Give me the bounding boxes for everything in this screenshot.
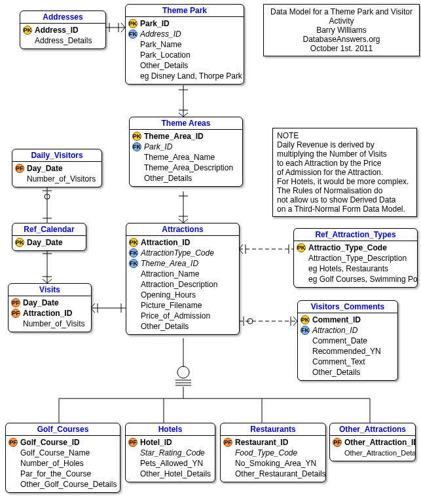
pf-badge: PF xyxy=(9,438,18,447)
entity-daily-visitors: Daily_Visitors PFDay_Date Number_of_Visi… xyxy=(12,149,102,187)
entity-visits: Visits PFDay_Date PFAttraction_ID Number… xyxy=(8,283,92,332)
entity-title: Attractions xyxy=(126,223,239,236)
entity-theme-areas: Theme Areas PKTheme_Area_ID FKPark_ID Th… xyxy=(129,117,243,187)
attr: eg Disney Land, Thorpe Park xyxy=(140,71,242,81)
pf-badge: PF xyxy=(223,438,232,447)
entity-title: Addresses xyxy=(20,11,105,24)
entity-title: Daily_Visitors xyxy=(12,149,101,162)
attr: Picture_Filename xyxy=(141,300,202,311)
note-line: Daily Revenue is derived by xyxy=(277,140,412,149)
entity-title: Visitors_Comments xyxy=(298,301,397,313)
attr: Comment_Date xyxy=(312,336,367,346)
entity-theme-park: Theme Park PKPark_ID FKAddress_ID Park_N… xyxy=(125,4,244,85)
attr: Hotel_ID xyxy=(140,437,172,448)
svg-point-37 xyxy=(247,319,253,324)
entity-title: Other_Attractions xyxy=(330,423,415,436)
attr: Other_Hotel_Details xyxy=(140,469,211,479)
attr: Other_Golf_Course_Details xyxy=(20,479,117,490)
attr: Attraction_Type_Description xyxy=(308,253,407,263)
entity-restaurants: Restaurants PFRestaurant_ID Food_Type_Co… xyxy=(220,423,326,482)
entity-ref-attraction-types: Ref_Attraction_Types PKAttractio_Type_Co… xyxy=(293,228,418,288)
attr: Address_Details xyxy=(35,35,92,46)
attr: Food_Type_Code xyxy=(235,448,297,458)
attr: Golf_Course_ID xyxy=(20,437,80,448)
attr: Comment_ID xyxy=(312,315,361,325)
attr: Theme_Area_ID xyxy=(141,258,198,269)
attr: Attractio_Type_Code xyxy=(308,242,387,253)
attr: Pets_Allowed_YN xyxy=(140,458,203,469)
entity-title: Ref_Calendar xyxy=(12,223,86,236)
meta-line: October 1st. 2011 xyxy=(268,44,415,53)
attr: Theme_Area_Name xyxy=(144,152,215,163)
attr: Park_ID xyxy=(144,142,172,152)
attr: Other_Details xyxy=(141,321,189,332)
pf-badge: PF xyxy=(11,309,20,318)
pf-badge: PF xyxy=(11,298,20,307)
fk-badge: FK xyxy=(129,248,138,258)
attr: Other_Attraction_Details xyxy=(344,448,416,458)
attr: Day_Date xyxy=(23,298,59,308)
note-line: on a Third-Normal Form Data Model. xyxy=(277,204,412,214)
attr: Price_of_Admission xyxy=(141,311,210,321)
entity-ref-calendar: Ref_Calendar PKDay_Date xyxy=(12,223,86,251)
attr: Attraction_Description xyxy=(141,279,217,290)
attr: Theme_Area_ID xyxy=(144,131,204,142)
fk-badge: FK xyxy=(129,259,138,268)
entity-title: Theme Areas xyxy=(130,117,242,130)
meta-line: Data Model for a Theme Park and Visitor … xyxy=(268,7,415,26)
attr: Number_of_Visitors xyxy=(27,174,96,184)
entity-title: Visits xyxy=(9,284,91,296)
diagram-meta: Data Model for a Theme Park and Visitor … xyxy=(263,4,420,56)
note-line: multiplying the Number of Visits xyxy=(277,149,412,159)
entity-title: Restaurants xyxy=(221,423,325,436)
note-line: not allow us to show Derived Data xyxy=(277,195,412,204)
meta-line: DatabaseAnswers.org xyxy=(268,35,415,44)
attr: Day_Date xyxy=(27,163,63,174)
attr: Golf_Course_Name xyxy=(20,448,90,458)
attr: Par_for_the_Course xyxy=(20,469,91,479)
fk-badge: FK xyxy=(301,326,310,335)
pk-badge: PK xyxy=(129,238,138,247)
attr: Attraction_ID xyxy=(141,237,190,248)
svg-point-42 xyxy=(177,366,189,378)
pk-badge: PK xyxy=(132,132,141,141)
attr: Number_of_Holes xyxy=(20,458,84,469)
attr: Recommended_YN xyxy=(312,346,381,357)
attr: Park_Name xyxy=(140,39,181,50)
attr: Attraction_ID xyxy=(312,325,357,336)
entity-attractions: Attractions PKAttraction_ID FKAttraction… xyxy=(126,223,240,335)
attr: Star_Rating_Code xyxy=(140,448,205,458)
attr: Restaurant_ID xyxy=(235,437,288,448)
attr: Address_ID xyxy=(35,25,79,35)
note-heading: NOTE xyxy=(277,131,412,140)
attr: Other_Attraction_ID xyxy=(344,437,416,448)
attr: eg Hotels, Restaurants xyxy=(308,263,388,274)
entity-hotels: Hotels PFHotel_ID Star_Rating_Code Pets_… xyxy=(125,423,215,482)
meta-line: Barry Williams xyxy=(268,26,415,35)
attr: Park_Location xyxy=(140,50,191,60)
attr: Other_Details xyxy=(144,173,192,184)
fk-badge: FK xyxy=(128,29,137,39)
attr: AttractionType_Code xyxy=(141,248,214,258)
attr: Other_Restaurant_Details xyxy=(235,469,326,479)
note-line: of Admission for the Attraction. xyxy=(277,168,412,177)
svg-point-19 xyxy=(45,194,50,199)
pf-badge: PF xyxy=(15,164,24,173)
pk-badge: PK xyxy=(297,243,306,252)
pk-badge: PK xyxy=(301,315,310,324)
pk-badge: PK xyxy=(23,26,32,35)
entity-addresses: Addresses PKAddress_ID Address_Details xyxy=(20,10,106,49)
entity-visitors-comments: Visitors_Comments PKComment_ID FKAttract… xyxy=(297,300,398,381)
attr: No_Smoking_Area_YN xyxy=(235,458,316,469)
diagram-note: NOTE Daily Revenue is derived by multipl… xyxy=(272,128,417,217)
entity-other-attractions: Other_Attractions PFOther_Attraction_ID … xyxy=(329,423,416,461)
attr: Address_ID xyxy=(140,29,181,39)
entity-title: Ref_Attraction_Types xyxy=(294,229,417,241)
attr: Comment_Text xyxy=(312,357,365,367)
note-line: The Rules of Normalisation do xyxy=(277,186,412,195)
attr: Attraction_ID xyxy=(23,308,72,319)
attr: Day_Date xyxy=(27,237,63,248)
entity-golf-courses: Golf_Courses PFGolf_Course_ID Golf_Cours… xyxy=(5,423,120,493)
pf-badge: PF xyxy=(128,438,137,447)
note-line: For Hotels, it would be more complex. xyxy=(277,177,412,186)
